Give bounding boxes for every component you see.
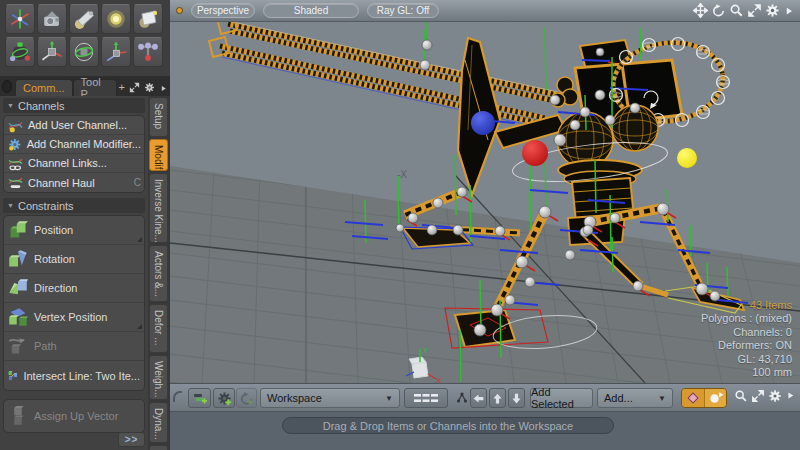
blue-locator-sphere[interactable]	[471, 111, 495, 135]
channel-haul-button[interactable]: Channel Haul C	[4, 173, 144, 192]
path-constraint-label: Path	[34, 340, 57, 352]
constraint-path-button[interactable]: Path	[4, 332, 144, 361]
assign-up-vector-button[interactable]: Assign Up Vector	[4, 400, 144, 432]
yellow-locator-sphere[interactable]	[677, 148, 697, 168]
side-tab-actors[interactable]: Actors &...	[149, 245, 168, 302]
nav-up-button[interactable]	[489, 388, 506, 408]
panel-flyout-icon[interactable]	[159, 84, 168, 93]
add-channel-modifier-label: Add Channel Modifier...	[27, 138, 141, 150]
workspace-dropdown[interactable]: Workspace ▼	[260, 388, 400, 408]
zoom-icon[interactable]	[734, 389, 748, 403]
side-tab-weights[interactable]: Weigh...	[149, 355, 168, 400]
add-tab-button[interactable]: +	[119, 81, 125, 93]
add-area-light-button[interactable]	[133, 4, 163, 34]
add-move-rig-button[interactable]	[37, 37, 67, 67]
constraints-section-header[interactable]: ▼ Constraints	[3, 198, 145, 213]
tab-command[interactable]: Comm...	[15, 79, 73, 96]
side-tab-inverse-kinematics[interactable]: Inverse Kine...	[149, 173, 168, 243]
rotation-constraint-icon	[8, 249, 28, 269]
add-modifier-node-icon	[217, 391, 232, 406]
add-rotate-rig-button[interactable]	[5, 37, 35, 67]
detach-panel-icon[interactable]	[129, 82, 140, 93]
constraint-direction-button[interactable]: Direction	[4, 274, 144, 303]
left-panel: Comm... Tool P... + ▼ Channels	[0, 0, 170, 450]
nav-back-button[interactable]	[470, 388, 487, 408]
constraint-intersect-line-button[interactable]: Intersect Line: Two Ite...	[4, 361, 144, 390]
side-tab-setup[interactable]: Setup	[149, 97, 168, 137]
add-dropdown[interactable]: Add... ▼	[597, 388, 673, 408]
schematic-gear-icon[interactable]	[768, 389, 782, 403]
add-user-channel-icon	[8, 118, 23, 133]
panel-tab-bar: Comm... Tool P... +	[0, 76, 170, 96]
red-locator-sphere[interactable]	[522, 140, 548, 166]
viewport-gear-icon[interactable]	[765, 3, 780, 18]
add-modifier-node-button[interactable]	[213, 388, 235, 408]
item-toolbar-row-1	[5, 4, 163, 34]
nav-down-button[interactable]	[508, 388, 525, 408]
item-move-icon	[708, 391, 723, 406]
schematic-flyout-icon[interactable]	[785, 390, 796, 401]
add-hierarchy-rig-button[interactable]	[133, 37, 163, 67]
add-ring-rig-button[interactable]	[69, 37, 99, 67]
maximize-icon[interactable]	[751, 389, 765, 403]
collapse-triangle-icon: ▼	[7, 202, 14, 209]
add-locator-button[interactable]	[5, 4, 35, 34]
add-user-channel-label: Add User Channel...	[28, 119, 127, 131]
view-mode-button[interactable]	[404, 388, 448, 408]
constraint-rotation-button[interactable]: Rotation	[4, 245, 144, 274]
maximize-icon[interactable]	[747, 3, 762, 18]
shading-button[interactable]: Shaded	[263, 3, 359, 18]
axis-x-label: X	[436, 376, 442, 383]
viewport-flyout-icon[interactable]	[783, 5, 795, 17]
channels-section-title: Channels	[18, 100, 64, 112]
panel-corner-widget[interactable]	[2, 80, 12, 93]
add-selected-label: Add Selected	[531, 386, 592, 410]
show-channels-toggle[interactable]	[682, 389, 704, 407]
locator-icon	[7, 6, 33, 32]
side-tab-deformers[interactable]: Defor ...	[149, 304, 168, 353]
add-selected-button[interactable]: Add Selected	[530, 388, 593, 408]
tab-tool-properties[interactable]: Tool P...	[73, 79, 117, 96]
constraint-position-button[interactable]: Position	[4, 216, 144, 245]
intersect-line-constraint-label: Intersect Line: Two Ite...	[23, 370, 140, 382]
schematic-nav-icons	[734, 389, 796, 403]
add-node-button[interactable]	[188, 388, 211, 408]
channels-command-group: Add User Channel... Add Channel Modifier…	[3, 115, 145, 193]
channel-links-icon	[8, 156, 23, 171]
constraints-section-title: Constraints	[18, 200, 74, 212]
pan-icon[interactable]	[693, 3, 708, 18]
add-spot-light-button[interactable]	[69, 4, 99, 34]
side-tab-dynamics[interactable]: Dyna...	[149, 402, 168, 443]
raygl-button[interactable]: Ray GL: Off	[367, 3, 439, 18]
show-items-toggle[interactable]	[704, 389, 726, 407]
intersect-line-constraint-icon	[8, 366, 17, 386]
3d-scene[interactable]: -X	[170, 22, 800, 383]
panel-gear-icon[interactable]	[144, 82, 155, 93]
schematic-corner-icon	[173, 391, 182, 402]
viewport-nav-icons	[693, 3, 795, 18]
shading-label: Shaded	[294, 5, 328, 16]
side-tab-modifiers-label: Modif...	[153, 145, 164, 171]
add-user-channel-button[interactable]: Add User Channel...	[4, 116, 144, 135]
add-camera-button[interactable]	[37, 4, 67, 34]
channel-haul-icon	[8, 175, 23, 190]
channel-links-label: Channel Links...	[28, 157, 107, 169]
schematic-dropzone[interactable]: Drag & Drop Items or Channels into the W…	[170, 412, 800, 450]
viewport-options-dot[interactable]	[176, 7, 183, 14]
add-point-light-button[interactable]	[101, 4, 131, 34]
projection-button[interactable]: Perspective	[191, 3, 255, 18]
node-layout-icon[interactable]	[455, 388, 469, 408]
add-channel-modifier-button[interactable]: Add Channel Modifier...	[4, 135, 144, 154]
channel-links-button[interactable]: Channel Links...	[4, 154, 144, 173]
add-axis-rig-button[interactable]	[101, 37, 131, 67]
add-channel-modifier-icon	[8, 137, 22, 152]
panel-more-button[interactable]: >>	[118, 432, 145, 447]
constraint-vertex-position-button[interactable]: Vertex Position	[4, 303, 144, 332]
zoom-icon[interactable]	[729, 3, 744, 18]
add-loop-node-button[interactable]	[236, 388, 257, 408]
side-tab-modifiers[interactable]: Modif...	[149, 139, 168, 171]
orbit-icon[interactable]	[711, 3, 726, 18]
channels-section-header[interactable]: ▼ Channels	[3, 98, 145, 113]
rotation-constraint-label: Rotation	[34, 253, 75, 265]
side-tab-particles[interactable]: Part...	[149, 445, 168, 450]
